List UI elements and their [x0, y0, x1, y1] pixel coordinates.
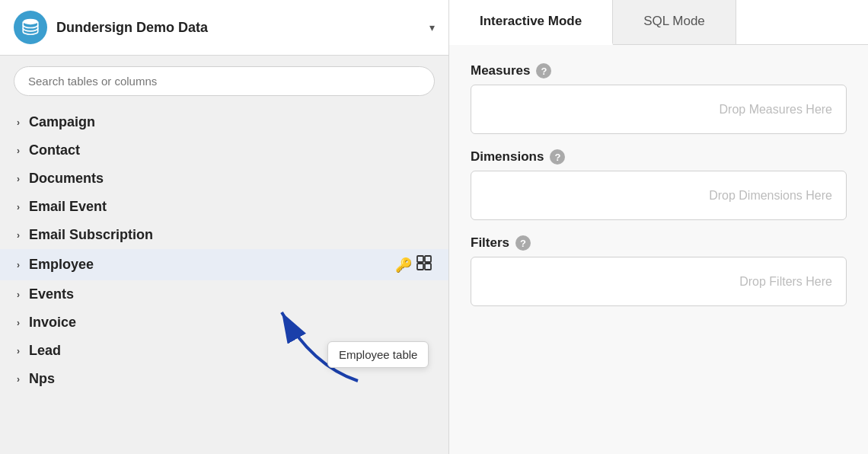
svg-rect-2 — [425, 256, 431, 262]
section-measures: Measures?Drop Measures Here — [471, 63, 847, 134]
sidebar-item-email-subscription[interactable]: ›Email Subscription — [0, 221, 448, 249]
drop-zone-measures[interactable]: Drop Measures Here — [471, 85, 847, 134]
sidebar-item-nps[interactable]: ›Nps — [0, 365, 448, 393]
section-label-dimensions: Dimensions? — [471, 149, 847, 165]
tabs-header: Interactive ModeSQL Mode — [449, 0, 868, 45]
table-name-events: Events — [29, 286, 74, 302]
db-icon — [14, 11, 47, 44]
tab-sql[interactable]: SQL Mode — [613, 0, 736, 44]
tab-interactive[interactable]: Interactive Mode — [449, 0, 613, 45]
help-icon-dimensions[interactable]: ? — [550, 149, 565, 165]
table-name-contact: Contact — [29, 142, 80, 158]
sidebar-item-events[interactable]: ›Events — [0, 280, 448, 309]
sidebar-item-documents[interactable]: ›Documents — [0, 165, 448, 193]
table-icons-employee: 🔑 — [395, 255, 432, 274]
search-container — [0, 56, 448, 104]
chevron-icon-lead: › — [17, 346, 20, 356]
chevron-icon-events: › — [17, 289, 20, 300]
chevron-icon-campaign: › — [17, 117, 20, 128]
main-panel: Interactive ModeSQL Mode Measures?Drop M… — [449, 0, 868, 454]
chevron-icon-email-subscription: › — [17, 230, 20, 241]
section-filters: Filters?Drop Filters Here — [471, 235, 847, 306]
sidebar-header: Dundersign Demo Data ▾ — [0, 0, 448, 56]
svg-rect-1 — [417, 256, 423, 262]
drop-placeholder-measures: Drop Measures Here — [720, 103, 833, 117]
search-input[interactable] — [14, 66, 435, 96]
section-dimensions: Dimensions?Drop Dimensions Here — [471, 149, 847, 220]
table-name-campaign: Campaign — [29, 114, 95, 130]
drop-zone-dimensions[interactable]: Drop Dimensions Here — [471, 171, 847, 220]
table-name-nps: Nps — [29, 371, 55, 387]
drop-placeholder-filters: Drop Filters Here — [739, 275, 832, 289]
section-title-measures: Measures — [471, 63, 530, 78]
chevron-icon-documents: › — [17, 174, 20, 184]
section-title-dimensions: Dimensions — [471, 149, 544, 165]
sidebar-item-contact[interactable]: ›Contact — [0, 136, 448, 165]
table-name-documents: Documents — [29, 171, 104, 187]
table-name-employee: Employee — [29, 257, 94, 273]
sidebar: Dundersign Demo Data ▾ ›Campaign›Contact… — [0, 0, 449, 454]
sidebar-item-invoice[interactable]: ›Invoice — [0, 309, 448, 337]
section-title-filters: Filters — [471, 235, 509, 251]
svg-rect-3 — [417, 264, 423, 270]
panel-content: Measures?Drop Measures HereDimensions?Dr… — [449, 45, 868, 454]
employee-table-tooltip: Employee table — [327, 341, 429, 368]
help-icon-measures[interactable]: ? — [536, 63, 551, 78]
sidebar-item-campaign[interactable]: ›Campaign — [0, 108, 448, 136]
table-name-invoice: Invoice — [29, 315, 76, 331]
table-name-lead: Lead — [29, 343, 61, 359]
db-title: Dundersign Demo Data — [56, 20, 420, 36]
svg-point-0 — [23, 19, 38, 25]
sidebar-item-employee[interactable]: ›Employee🔑 — [0, 249, 448, 280]
drop-placeholder-dimensions: Drop Dimensions Here — [709, 189, 832, 203]
grid-table-icon[interactable] — [416, 255, 432, 274]
chevron-icon-email-event: › — [17, 202, 20, 213]
chevron-icon-contact: › — [17, 145, 20, 156]
table-name-email-event: Email Event — [29, 199, 107, 215]
chevron-icon-employee: › — [17, 260, 20, 270]
help-icon-filters[interactable]: ? — [515, 235, 531, 251]
sidebar-item-email-event[interactable]: ›Email Event — [0, 193, 448, 221]
table-name-email-subscription: Email Subscription — [29, 227, 153, 243]
chevron-icon-nps: › — [17, 374, 20, 385]
chevron-icon-invoice: › — [17, 318, 20, 328]
drop-zone-filters[interactable]: Drop Filters Here — [471, 257, 847, 306]
key-icon[interactable]: 🔑 — [395, 257, 412, 273]
section-label-filters: Filters? — [471, 235, 847, 251]
section-label-measures: Measures? — [471, 63, 847, 78]
dropdown-arrow-icon[interactable]: ▾ — [429, 21, 435, 34]
svg-rect-4 — [425, 264, 431, 270]
table-list: ›Campaign›Contact›Documents›Email Event›… — [0, 104, 448, 454]
